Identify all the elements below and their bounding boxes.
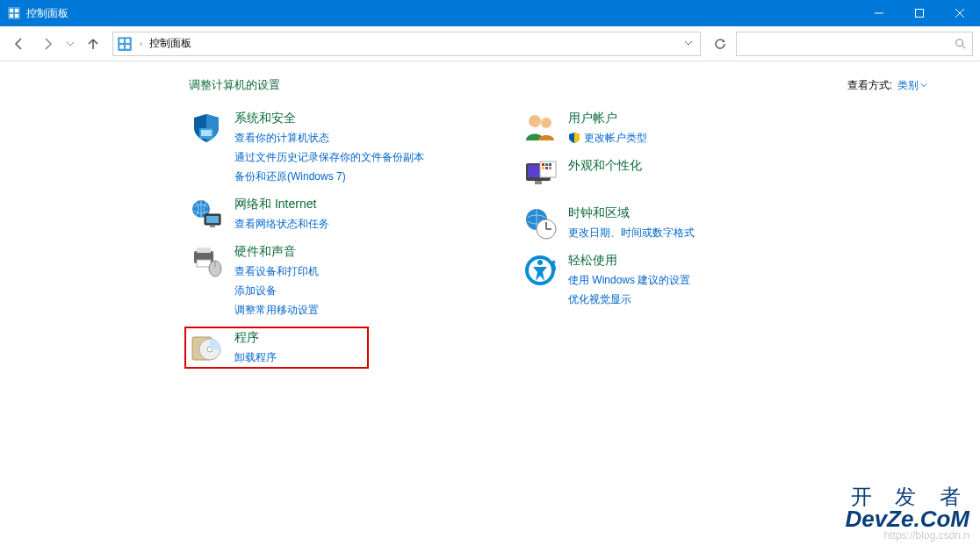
- category-link[interactable]: 优化视觉显示: [568, 291, 690, 307]
- svg-point-14: [956, 39, 963, 46]
- ease-of-access-icon: [522, 253, 558, 288]
- category-link[interactable]: 查看网络状态和任务: [234, 216, 329, 232]
- svg-rect-41: [549, 167, 551, 169]
- address-dropdown-icon[interactable]: [681, 38, 696, 50]
- category-title[interactable]: 轻松使用: [568, 253, 690, 269]
- recent-dropdown[interactable]: [63, 32, 77, 56]
- category-title[interactable]: 网络和 Internet: [234, 197, 329, 212]
- category-link[interactable]: 备份和还原(Windows 7): [234, 169, 424, 184]
- svg-rect-4: [15, 14, 18, 18]
- category-title[interactable]: 外观和个性化: [568, 158, 642, 174]
- watermark-kfz: 开 发 者: [845, 486, 969, 507]
- svg-rect-39: [542, 167, 544, 169]
- svg-rect-17: [201, 130, 212, 136]
- page-title: 调整计算机的设置: [189, 77, 280, 93]
- watermark-devze: 开 发 者 DevZe.CoM: [845, 486, 969, 530]
- breadcrumb-chevron-icon[interactable]: ›: [138, 40, 144, 48]
- view-by-value: 类别: [897, 78, 919, 93]
- category-hardware-sound: 硬件和声音 查看设备和打印机 添加设备 调整常用移动设置: [189, 244, 496, 318]
- search-icon: [955, 38, 967, 50]
- minimize-button[interactable]: [859, 0, 899, 26]
- address-bar[interactable]: › 控制面板: [112, 32, 701, 56]
- users-icon: [522, 111, 558, 146]
- svg-rect-40: [545, 167, 548, 169]
- category-title[interactable]: 程序: [234, 330, 277, 346]
- forward-button[interactable]: [35, 32, 60, 56]
- watermark-csdn: https://blog.csdn.n: [884, 529, 969, 542]
- category-link[interactable]: 通过文件历史记录保存你的文件备份副本: [234, 149, 424, 165]
- watermark-devze-text: DevZe.CoM: [845, 507, 969, 530]
- category-title[interactable]: 用户帐户: [568, 111, 647, 126]
- category-link[interactable]: 调整常用移动设置: [234, 302, 319, 318]
- svg-rect-34: [535, 181, 542, 184]
- category-user-accounts: 用户帐户 更改帐户类型: [522, 111, 830, 146]
- svg-rect-13: [126, 45, 130, 49]
- svg-rect-24: [197, 260, 211, 267]
- category-link[interactable]: 更改帐户类型: [568, 130, 647, 146]
- view-by-label: 查看方式:: [847, 78, 892, 93]
- window-titlebar: 控制面板: [0, 0, 980, 26]
- category-link-text: 更改帐户类型: [584, 130, 647, 146]
- svg-rect-20: [206, 216, 219, 223]
- category-ease-of-access: 轻松使用 使用 Windows 建议的设置 优化视觉显示: [522, 253, 830, 307]
- view-by-control: 查看方式: 类别: [847, 78, 927, 93]
- uac-shield-icon: [568, 132, 580, 144]
- refresh-button[interactable]: [708, 32, 732, 56]
- chevron-down-icon: [920, 82, 927, 89]
- category-link[interactable]: 使用 Windows 建议的设置: [568, 272, 690, 288]
- category-title[interactable]: 硬件和声音: [234, 244, 319, 260]
- window-title: 控制面板: [26, 6, 68, 21]
- svg-rect-6: [916, 10, 924, 18]
- clock-globe-icon: [522, 205, 558, 241]
- printer-mouse-icon: [189, 244, 224, 279]
- back-button[interactable]: [7, 32, 32, 56]
- control-panel-small-icon: [117, 36, 133, 52]
- close-button[interactable]: [940, 0, 980, 26]
- svg-rect-12: [119, 45, 124, 49]
- category-link[interactable]: 更改日期、时间或数字格式: [568, 225, 695, 241]
- svg-rect-37: [545, 163, 548, 166]
- search-input[interactable]: [736, 32, 973, 56]
- up-button[interactable]: [81, 32, 105, 56]
- navigation-toolbar: › 控制面板: [0, 26, 980, 61]
- svg-rect-21: [210, 225, 215, 227]
- category-system-security: 系统和安全 查看你的计算机状态 通过文件历史记录保存你的文件备份副本 备份和还原…: [189, 111, 496, 184]
- category-link[interactable]: 添加设备: [234, 283, 319, 298]
- view-by-dropdown[interactable]: 类别: [897, 78, 927, 93]
- category-clock-region: 时钟和区域 更改日期、时间或数字格式: [522, 205, 830, 241]
- control-panel-icon: [7, 6, 21, 20]
- svg-point-30: [529, 115, 541, 127]
- globe-monitor-icon: [189, 197, 224, 232]
- svg-rect-10: [119, 39, 124, 43]
- category-network-internet: 网络和 Internet 查看网络状态和任务: [189, 197, 496, 232]
- category-column-right: 用户帐户 更改帐户类型 外观和个性化: [522, 111, 830, 365]
- svg-rect-23: [197, 248, 211, 253]
- disc-box-icon: [189, 330, 224, 365]
- svg-rect-3: [10, 14, 13, 18]
- shield-monitor-icon: [189, 111, 224, 146]
- maximize-button[interactable]: [899, 0, 940, 26]
- svg-line-15: [962, 45, 966, 48]
- category-column-left: 系统和安全 查看你的计算机状态 通过文件历史记录保存你的文件备份副本 备份和还原…: [189, 111, 496, 365]
- category-appearance-personalization: 外观和个性化: [522, 158, 830, 193]
- svg-rect-38: [549, 163, 551, 166]
- svg-rect-36: [542, 163, 544, 166]
- svg-rect-2: [15, 9, 18, 12]
- category-title[interactable]: 系统和安全: [234, 111, 424, 126]
- address-text[interactable]: 控制面板: [149, 36, 675, 51]
- svg-rect-11: [126, 39, 130, 43]
- category-link[interactable]: 查看设备和打印机: [234, 263, 319, 279]
- category-link-uninstall[interactable]: 卸载程序: [234, 349, 277, 365]
- svg-rect-1: [10, 9, 13, 12]
- content-area: 调整计算机的设置 查看方式: 类别 系统和安全 查看你的计算机状态 通过文件历史…: [0, 61, 980, 546]
- monitor-grid-icon: [522, 158, 558, 193]
- svg-point-31: [541, 118, 551, 128]
- svg-point-48: [537, 260, 543, 265]
- category-title[interactable]: 时钟和区域: [568, 205, 695, 221]
- category-link[interactable]: 查看你的计算机状态: [234, 130, 424, 146]
- category-programs: 程序 卸载程序: [189, 330, 496, 365]
